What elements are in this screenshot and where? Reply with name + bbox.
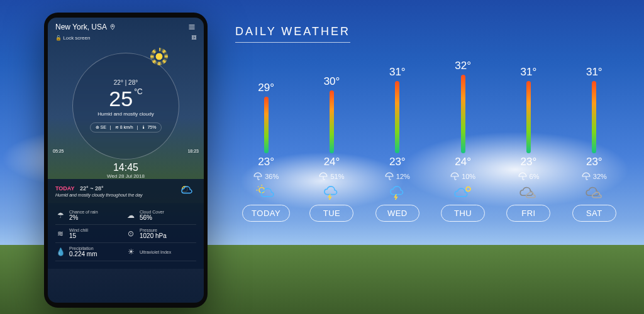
precip-value: 32% bbox=[593, 173, 607, 180]
stat-label: Wind chill bbox=[69, 228, 88, 232]
sun-cloud-icon bbox=[179, 184, 196, 198]
forecast-day[interactable]: 32° 24° 10% THU bbox=[432, 55, 494, 222]
stat-cell: ☁Cloud Cover56% bbox=[126, 207, 196, 225]
day-pill[interactable]: TUE bbox=[309, 205, 353, 222]
stat-value: 0.224 mm bbox=[69, 251, 97, 257]
phone-frame: New York, USA 🔓 Lock screen 🖼 22° | 28° … bbox=[44, 13, 208, 308]
stat-icon: ⊙ bbox=[126, 229, 136, 239]
forecast-day[interactable]: 31° 23° 32% SAT bbox=[564, 55, 625, 222]
wind-speed: ≋ 8 km/h bbox=[115, 125, 133, 130]
umbrella-icon bbox=[518, 172, 527, 181]
condition-icon bbox=[321, 185, 342, 201]
today-label: TODAY bbox=[55, 185, 75, 192]
today-range: 22° ~ 28° bbox=[80, 185, 103, 192]
svg-point-9 bbox=[466, 187, 470, 192]
stat-cell: ☀Ultraviolet Index bbox=[126, 243, 196, 261]
wallpaper-icon[interactable]: 🖼 bbox=[191, 35, 196, 41]
today-description: Humid and mostly cloudy throughout the d… bbox=[55, 193, 143, 197]
temp-range: 22° | 28° bbox=[114, 79, 138, 86]
stat-cell: ☂Chance of rain2% bbox=[55, 207, 126, 225]
sun-icon bbox=[153, 51, 165, 62]
day-pill[interactable]: TODAY bbox=[242, 205, 290, 222]
temp-low: 24° bbox=[455, 156, 471, 168]
stat-icon: 💧 bbox=[55, 247, 65, 257]
temp-bar bbox=[330, 90, 334, 153]
temp-bar bbox=[526, 81, 531, 153]
day-pill[interactable]: SAT bbox=[572, 205, 616, 222]
stat-label: Cloud Cover bbox=[140, 210, 164, 214]
stats-grid: ☂Chance of rain2%☁Cloud Cover56%≋Wind ch… bbox=[48, 203, 204, 269]
forecast-day[interactable]: 30° 24° 51% TUE bbox=[301, 55, 362, 222]
temp-low: 23° bbox=[258, 156, 274, 168]
day-pill[interactable]: WED bbox=[375, 205, 419, 222]
phone-screen: New York, USA 🔓 Lock screen 🖼 22° | 28° … bbox=[48, 18, 204, 303]
umbrella-icon bbox=[253, 172, 262, 181]
daily-title: DAILY WEATHER bbox=[235, 25, 350, 43]
stat-label: Chance of rain bbox=[69, 210, 98, 214]
temp-high: 32° bbox=[455, 60, 471, 72]
umbrella-icon bbox=[385, 172, 394, 181]
weather-dial: 22° | 28° 25°C Humid and mostly cloudy ⊕… bbox=[72, 53, 179, 160]
stat-icon: ☂ bbox=[55, 210, 65, 220]
temp-bar bbox=[395, 81, 399, 153]
temp-high: 31° bbox=[586, 66, 602, 78]
wind-direction: ⊕ SE bbox=[96, 125, 106, 130]
stat-icon: ≋ bbox=[55, 229, 65, 239]
temp-low: 23° bbox=[586, 156, 602, 168]
temp-bar bbox=[264, 97, 269, 153]
precip-value: 6% bbox=[530, 173, 540, 180]
forecast-day[interactable]: 31° 23° 6% FRI bbox=[497, 55, 559, 222]
menu-icon[interactable] bbox=[187, 23, 196, 31]
stat-value: 15 bbox=[69, 232, 88, 239]
condition-icon bbox=[255, 185, 277, 201]
temp-low: 23° bbox=[521, 156, 537, 168]
sunset-time: 18:23 bbox=[187, 149, 199, 153]
stat-icon: ☀ bbox=[126, 247, 136, 257]
temp-bar-wrap: 31° 23° bbox=[367, 55, 428, 168]
precip-row: 51% bbox=[319, 172, 344, 181]
condition-icon bbox=[584, 185, 605, 201]
temp-bar-wrap: 29° 23° bbox=[235, 55, 297, 168]
stat-label: Ultraviolet Index bbox=[140, 250, 171, 254]
temp-high: 29° bbox=[258, 82, 274, 94]
stat-value: 2% bbox=[69, 214, 98, 221]
umbrella-icon bbox=[319, 172, 328, 181]
humidity: 🌡 75% bbox=[142, 125, 156, 130]
forecast-day[interactable]: 29° 23° 36% TODAY bbox=[235, 55, 297, 222]
precip-row: 32% bbox=[582, 172, 607, 181]
temp-low: 24° bbox=[324, 156, 340, 168]
stat-value: 1020 hPa bbox=[140, 232, 167, 239]
condition-icon bbox=[387, 185, 408, 201]
lock-screen-toggle[interactable]: 🔓 Lock screen bbox=[55, 35, 90, 41]
stat-cell: ⊙Pressure1020 hPa bbox=[126, 225, 196, 243]
temp-bar bbox=[592, 81, 596, 153]
temp-high: 30° bbox=[324, 75, 340, 88]
details-pill: ⊕ SE | ≋ 8 km/h | 🌡 75% bbox=[90, 122, 162, 133]
precip-row: 6% bbox=[518, 172, 540, 181]
temp-high: 31° bbox=[389, 66, 406, 78]
stat-label: Precipitation bbox=[69, 246, 97, 251]
precip-row: 10% bbox=[450, 172, 475, 181]
svg-line-8 bbox=[258, 187, 258, 187]
forecast-day[interactable]: 31° 23° 12% WED bbox=[367, 55, 428, 222]
condition-text: Humid and mostly cloudy bbox=[97, 111, 153, 117]
day-pill[interactable]: FRI bbox=[506, 205, 550, 222]
temp-bar-wrap: 30° 24° bbox=[301, 55, 362, 168]
temp-low: 23° bbox=[389, 156, 406, 168]
sunrise-time: 05:25 bbox=[53, 149, 64, 153]
daily-weather-panel: DAILY WEATHER 29° 23° 36% TODAY 30° 24° … bbox=[235, 25, 625, 222]
location-display[interactable]: New York, USA bbox=[55, 23, 116, 31]
temp-bar bbox=[461, 75, 465, 153]
umbrella-icon bbox=[582, 172, 591, 181]
temp-bar-wrap: 31° 23° bbox=[564, 55, 625, 168]
condition-icon bbox=[518, 185, 539, 201]
day-pill[interactable]: THU bbox=[441, 205, 485, 222]
stat-icon: ☁ bbox=[126, 210, 136, 220]
precip-value: 36% bbox=[265, 173, 279, 180]
stat-cell: 💧Precipitation0.224 mm bbox=[55, 243, 126, 261]
temp-bar-wrap: 32° 24° bbox=[432, 55, 494, 168]
temp-bar-wrap: 31° 23° bbox=[497, 55, 559, 168]
stat-cell: ≋Wind chill15 bbox=[55, 225, 126, 243]
stat-value: 56% bbox=[140, 214, 164, 221]
location-text: New York, USA bbox=[55, 23, 107, 31]
